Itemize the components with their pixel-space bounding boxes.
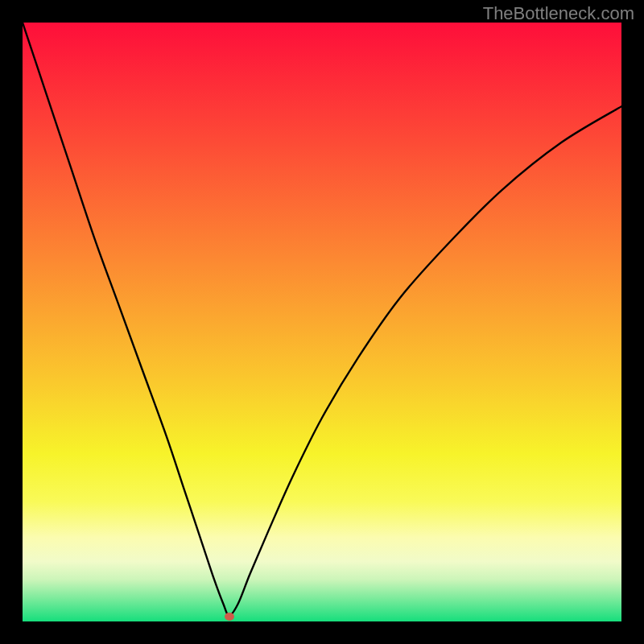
watermark-text: TheBottleneck.com: [483, 3, 634, 24]
bottleneck-curve: [23, 23, 621, 621]
outer-frame: TheBottleneck.com: [0, 0, 644, 644]
minimum-marker: [225, 613, 234, 621]
plot-area: [23, 23, 621, 621]
